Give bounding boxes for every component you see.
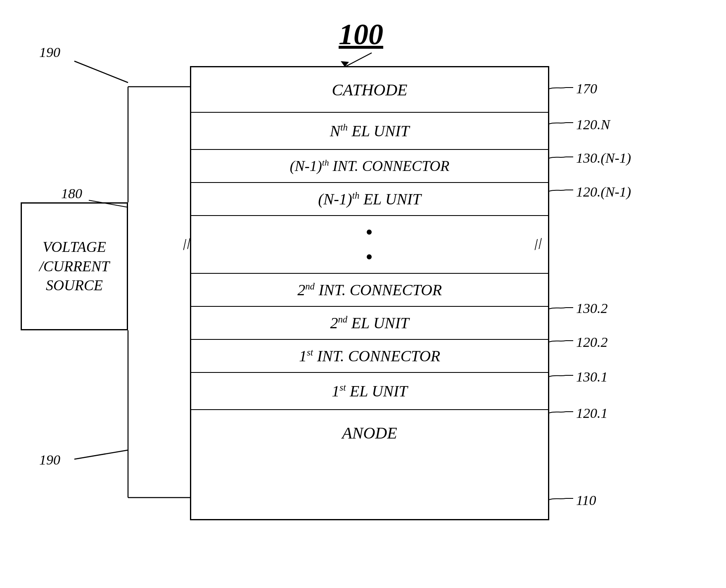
layer-1st-int-connector: 1st INT. CONNECTOR (191, 340, 548, 373)
source-label-line3: SOURCE (46, 276, 103, 295)
layer-n1-int-connector: (N-1)th INT. CONNECTOR (191, 150, 548, 183)
svg-line-11 (74, 61, 128, 83)
cathode-label: CATHODE (332, 80, 408, 100)
svg-line-0 (345, 53, 372, 67)
layer-anode: ANODE (191, 410, 548, 455)
dot1: • (365, 220, 374, 244)
voltage-source-box: VOLTAGE /CURRENT SOURCE (21, 202, 128, 330)
2nd-conn-label: 2nd INT. CONNECTOR (297, 281, 442, 299)
ref-130n1: 130.(N-1) (576, 150, 631, 166)
main-stack: CATHODE Nth EL UNIT (N-1)th INT. CONNECT… (190, 66, 549, 520)
ref-120n1: 120.(N-1) (576, 184, 631, 200)
ref-190-bottom: 190 (39, 452, 60, 468)
n1-el-label: (N-1)th EL UNIT (318, 190, 421, 208)
nth-el-label: Nth EL UNIT (330, 122, 409, 140)
layer-2nd-int-connector: 2nd INT. CONNECTOR (191, 274, 548, 307)
layer-nth-el: Nth EL UNIT (191, 113, 548, 150)
ref-130-1: 130.1 (576, 369, 608, 385)
dot2: • (365, 245, 374, 269)
2nd-el-label: 2nd EL UNIT (330, 314, 409, 332)
figure-number: 100 (339, 17, 383, 52)
source-label-line2: /CURRENT (39, 257, 109, 276)
ref-120-1: 120.1 (576, 405, 608, 421)
source-label-line1: VOLTAGE (43, 237, 106, 257)
1st-conn-label: 1st INT. CONNECTOR (299, 347, 440, 365)
ref-190-top: 190 (39, 45, 60, 60)
n1-conn-label: (N-1)th INT. CONNECTOR (290, 157, 450, 175)
diagram: 100 (0, 0, 726, 588)
1st-el-label: 1st EL UNIT (332, 382, 407, 400)
layer-dots: • • (191, 216, 548, 274)
ref-120-2: 120.2 (576, 334, 608, 350)
ref-130-2: 130.2 (576, 301, 608, 316)
ref-120n: 120.N (576, 117, 610, 133)
ref-180: 180 (61, 186, 82, 202)
ref-170: 170 (576, 81, 597, 97)
layer-1st-el: 1st EL UNIT (191, 373, 548, 410)
svg-line-17 (74, 450, 128, 459)
ref-110: 110 (576, 493, 596, 508)
layer-2nd-el: 2nd EL UNIT (191, 307, 548, 340)
layer-cathode: CATHODE (191, 67, 548, 113)
anode-label: ANODE (342, 423, 397, 443)
layer-n1-el: (N-1)th EL UNIT (191, 183, 548, 216)
